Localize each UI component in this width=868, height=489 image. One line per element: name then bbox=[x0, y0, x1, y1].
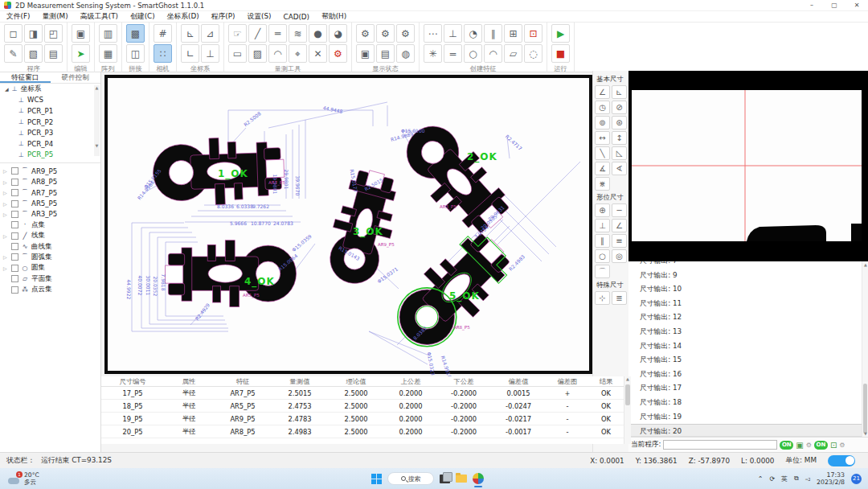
camera-view[interactable] bbox=[628, 71, 868, 261]
feature-list-item[interactable]: ▷ ⌒ AR5_P5 bbox=[0, 198, 100, 208]
menu-item[interactable]: 帮助(H) bbox=[321, 12, 346, 22]
display-3d[interactable]: ◍ bbox=[396, 44, 415, 63]
expander-icon[interactable]: ▷ bbox=[3, 201, 9, 207]
program-settings[interactable]: ▤ bbox=[44, 44, 63, 63]
slope-dim[interactable]: ◺ bbox=[612, 146, 627, 160]
circle-tool[interactable]: ● bbox=[309, 24, 327, 43]
focus-tool[interactable]: ⌖ bbox=[289, 44, 307, 63]
caliper-dim[interactable]: ⊹ bbox=[595, 291, 610, 305]
coord-tree-item[interactable]: ⊥ PCR_P5 bbox=[0, 150, 100, 161]
dimension-output-item[interactable]: 尺寸输出: 19 bbox=[628, 410, 868, 425]
horizontal-distance-dim[interactable]: ↔ bbox=[595, 131, 610, 145]
angle-dim[interactable]: ∠ bbox=[595, 85, 610, 99]
create-plane[interactable]: ▱ bbox=[504, 44, 522, 63]
symmetry-tolerance[interactable]: ≡ bbox=[612, 234, 627, 248]
run[interactable]: ▶ bbox=[551, 24, 570, 43]
straightness-tolerance[interactable]: ─ bbox=[612, 203, 627, 217]
camera-grid[interactable]: ∷ bbox=[154, 44, 172, 63]
panel-tab[interactable]: 硬件控制 bbox=[51, 72, 101, 83]
dimension-output-item[interactable]: 尺寸输出: 16 bbox=[628, 368, 868, 382]
current-program-input[interactable] bbox=[663, 440, 777, 450]
save-program[interactable]: ◰ bbox=[44, 24, 63, 43]
coord-align[interactable]: ∟ bbox=[181, 44, 199, 63]
table-row[interactable]: 18_P5半径AR5_P52.47532.50000.2000-0.2000-0… bbox=[101, 400, 631, 413]
table-row[interactable]: 20_P5半径AR8_P52.49832.50000.2000-0.2000-0… bbox=[101, 425, 631, 438]
scrollbar-thumb[interactable] bbox=[863, 384, 867, 434]
menu-item[interactable]: 创建(C) bbox=[130, 12, 155, 22]
feature-checkbox[interactable] bbox=[11, 286, 18, 294]
profile-tolerance[interactable]: ⌒ bbox=[595, 265, 610, 278]
image-overlay-icon[interactable]: ▣ bbox=[796, 441, 803, 450]
feature-checkbox[interactable] bbox=[11, 265, 18, 272]
coord-tree-item[interactable]: ⊥ PCR_P4 bbox=[0, 138, 100, 150]
start-button[interactable] bbox=[371, 474, 382, 484]
table-row[interactable]: 19_P5半径AR9_P52.47832.50000.2000-0.2000-0… bbox=[101, 413, 631, 425]
feature-list-item[interactable]: ▷ ⌒ AR9_P5 bbox=[0, 166, 100, 176]
feature-list-item[interactable]: ▷ · 点集 bbox=[0, 220, 100, 230]
parallel-tool[interactable]: ═ bbox=[268, 24, 287, 43]
create-perpendicular[interactable]: ⊥ bbox=[444, 24, 462, 43]
table-scrollbar[interactable]: ▲ bbox=[624, 376, 631, 444]
tangent-dim-1[interactable]: ⊚ bbox=[595, 116, 610, 129]
clock[interactable]: 17:33 2023/2/8 bbox=[817, 471, 845, 486]
concentricity-tolerance[interactable]: ◎ bbox=[612, 249, 627, 263]
arc-tool[interactable]: ◕ bbox=[329, 24, 347, 43]
task-view-icon[interactable] bbox=[440, 475, 450, 483]
create-rect[interactable]: ⊞ bbox=[504, 24, 522, 43]
image-display[interactable]: ▣ bbox=[356, 44, 375, 63]
feature-list-item[interactable]: ▷ ⌒ AR8_P5 bbox=[0, 177, 100, 187]
length-dim[interactable]: ╲ bbox=[595, 146, 610, 160]
maximize-button[interactable]: ▢ bbox=[823, 0, 845, 11]
menu-item[interactable]: 坐标系(D) bbox=[167, 12, 199, 22]
feature-list-item[interactable]: ▷ ⌒ 圆弧集 bbox=[0, 252, 100, 262]
feature-list-item[interactable]: ▷ ╱ 线集 bbox=[0, 231, 100, 241]
roundness-tolerance[interactable]: ○ bbox=[595, 249, 610, 263]
speaker-icon[interactable]: ◅ bbox=[805, 475, 810, 483]
dimension-output-item[interactable]: 尺寸输出: 14 bbox=[628, 339, 868, 354]
feature-list-item[interactable]: ▷ ∿ 曲线集 bbox=[0, 241, 100, 252]
dimension-output-item[interactable]: 尺寸输出: 7 bbox=[628, 261, 868, 269]
position-tolerance[interactable]: ⊕ bbox=[595, 203, 610, 217]
expander-icon[interactable]: ◢ bbox=[5, 86, 9, 92]
create-circle[interactable]: ○ bbox=[464, 44, 482, 63]
expander-icon[interactable]: ▷ bbox=[3, 212, 9, 217]
line-tool[interactable]: ╱ bbox=[248, 24, 267, 43]
vertical-distance-dim[interactable]: ↕ bbox=[612, 131, 627, 145]
continue-run[interactable]: ➤ bbox=[72, 44, 90, 63]
coord-tree-item[interactable]: ⊥ PCR_P3 bbox=[0, 127, 100, 138]
toggle-on-badge-1[interactable]: ON bbox=[780, 441, 793, 450]
dimension-output-item[interactable]: 尺寸输出: 10 bbox=[628, 282, 868, 297]
chart-display[interactable]: ▤ bbox=[376, 44, 395, 63]
stitch-settings[interactable]: ◫ bbox=[126, 44, 145, 63]
parallelism-tolerance[interactable]: ∥ bbox=[595, 234, 610, 248]
perpendicularity-tolerance[interactable]: ⊥ bbox=[595, 219, 610, 232]
edit-program[interactable]: ✎ bbox=[4, 44, 23, 63]
feature-checkbox[interactable] bbox=[11, 211, 18, 218]
angle-line-dim[interactable]: ∡ bbox=[595, 162, 610, 175]
menu-item[interactable]: 程序(P) bbox=[211, 12, 235, 22]
file-explorer-icon[interactable] bbox=[456, 475, 467, 483]
expander-icon[interactable]: ▷ bbox=[3, 265, 9, 271]
feature-list-item[interactable]: ▷ ⌒ AR3_P5 bbox=[0, 209, 100, 220]
create-cloud[interactable]: ◌ bbox=[524, 44, 542, 63]
tray-chevron-icon[interactable]: ⌃ bbox=[758, 475, 764, 483]
sync-icon[interactable]: ⟳ bbox=[769, 475, 775, 483]
settings-gear-icon-1[interactable]: ⚙ bbox=[806, 442, 812, 449]
rect-tool[interactable]: ▭ bbox=[228, 44, 247, 63]
weather-widget[interactable]: 1 20°C 多云 bbox=[8, 471, 39, 486]
create-point[interactable]: ⋯ bbox=[424, 24, 442, 43]
close-button[interactable]: ✕ bbox=[845, 0, 868, 11]
feature-list-item[interactable]: ▷ ○ 圆集 bbox=[0, 263, 100, 273]
stop[interactable]: ■ bbox=[551, 44, 570, 63]
multi-dim[interactable]: ⋇ bbox=[595, 177, 610, 191]
new-program[interactable]: ◻ bbox=[4, 24, 23, 43]
edit-image[interactable]: ▣ bbox=[72, 24, 90, 43]
feature-checkbox[interactable] bbox=[11, 221, 18, 228]
notification-badge[interactable]: 21 bbox=[851, 474, 862, 484]
feature-checkbox[interactable] bbox=[11, 167, 18, 175]
output-scrollbar[interactable]: ▲ ▼ bbox=[862, 261, 868, 437]
feature-list-item[interactable]: ▷ ⁂ 点云集 bbox=[0, 284, 100, 294]
coord-origin[interactable]: ⊥ bbox=[201, 44, 219, 63]
smartghost-taskbar-icon[interactable] bbox=[473, 473, 484, 484]
dimension-output-item[interactable]: 尺寸输出: 15 bbox=[628, 353, 868, 368]
